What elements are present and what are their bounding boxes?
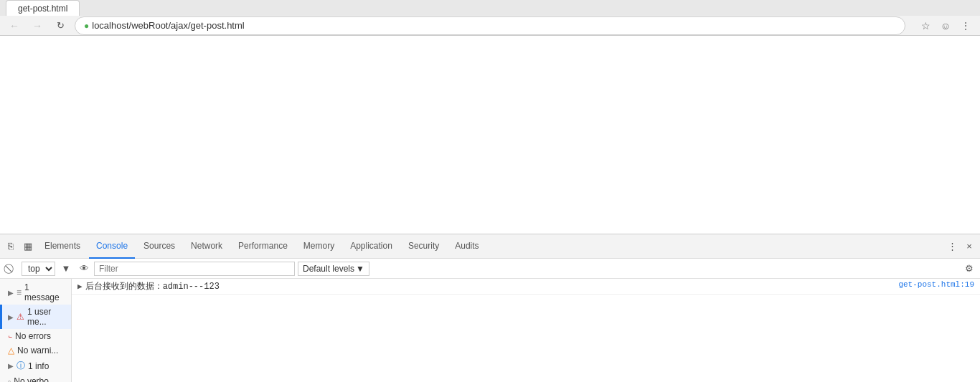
bookmark-button[interactable]: ☆	[917, 17, 934, 34]
back-button[interactable]: ←	[6, 17, 23, 34]
tab-memory[interactable]: Memory	[296, 234, 341, 259]
user-messages-icon: ⚠	[17, 312, 24, 322]
tab-sources[interactable]: Sources	[136, 234, 182, 259]
forward-button[interactable]: →	[29, 17, 46, 34]
devtools-device-button[interactable]: ▦	[20, 239, 36, 254]
sidebar-item-warnings[interactable]: △ No warni...	[0, 343, 71, 358]
tab-performance[interactable]: Performance	[231, 234, 295, 259]
devtools-inspect-button[interactable]: ⎘	[3, 239, 19, 254]
browser-tab[interactable]: get-post.html	[6, 0, 80, 16]
tab-title: get-post.html	[18, 4, 67, 14]
expand-icon: ▶	[8, 289, 14, 297]
errors-icon: ⨽	[8, 331, 12, 341]
tab-console[interactable]: Console	[89, 234, 135, 259]
expand-icon: ▶	[8, 313, 14, 321]
console-context-arrow[interactable]: ▼	[58, 261, 74, 277]
devtools-body: ▶ ≡ 1 message ▶ ⚠ 1 user me... ⨽ No erro…	[0, 279, 980, 382]
sidebar-messages-label: 1 message	[24, 282, 65, 302]
console-sidebar: ▶ ≡ 1 message ▶ ⚠ 1 user me... ⨽ No erro…	[0, 279, 72, 382]
tab-audits[interactable]: Audits	[448, 234, 486, 259]
warnings-icon: △	[8, 345, 14, 355]
console-context-select[interactable]: top	[22, 262, 55, 276]
console-levels-button[interactable]: Default levels ▼	[298, 262, 369, 276]
console-row: ▶ 后台接收到的数据：admin---123 get-post.html:19	[72, 279, 980, 295]
console-toolbar: ⃠ top ▼ 👁 Default levels ▼ ⚙	[0, 259, 980, 279]
sidebar-warnings-label: No warni...	[17, 345, 58, 355]
sidebar-item-messages[interactable]: ▶ ≡ 1 message	[0, 280, 71, 305]
tab-bar: get-post.html	[0, 0, 980, 16]
expand-icon: ▶	[8, 362, 14, 370]
messages-icon: ≡	[17, 287, 22, 297]
sidebar-errors-label: No errors	[15, 331, 51, 341]
info-icon: ⓘ	[17, 360, 25, 372]
browser-actions: ☆ ☺ ⋮	[917, 17, 974, 34]
devtools-close-button[interactable]: ×	[961, 239, 977, 254]
tab-network[interactable]: Network	[184, 234, 230, 259]
tab-elements[interactable]: Elements	[37, 234, 88, 259]
console-source-link[interactable]: get-post.html:19	[898, 280, 974, 289]
address-bar: ← → ↻ ● ☆ ☺ ⋮	[0, 16, 980, 35]
menu-button[interactable]: ⋮	[957, 17, 974, 34]
url-bar[interactable]: ●	[75, 16, 905, 35]
console-filter-input[interactable]	[94, 262, 295, 276]
devtools-more-button[interactable]: ⋮	[944, 239, 960, 254]
sidebar-item-user-messages[interactable]: ▶ ⚠ 1 user me...	[0, 305, 71, 329]
console-row-icon: ▶	[77, 282, 83, 291]
console-message-text: 后台接收到的数据：admin---123	[85, 280, 893, 292]
console-output: ▶ 后台接收到的数据：admin---123 get-post.html:19	[72, 279, 980, 382]
console-clear-button[interactable]: ⃠	[3, 261, 19, 277]
url-input[interactable]	[92, 20, 896, 31]
console-levels-label: Default levels	[303, 264, 354, 274]
devtools-tabbar: ⎘ ▦ Elements Console Sources Network Per…	[0, 234, 980, 259]
sidebar-item-errors[interactable]: ⨽ No errors	[0, 329, 71, 343]
sidebar-info-label: 1 info	[28, 361, 49, 371]
devtools: ⎘ ▦ Elements Console Sources Network Per…	[0, 234, 980, 382]
sidebar-item-info[interactable]: ▶ ⓘ 1 info	[0, 358, 71, 374]
sidebar-user-messages-label: 1 user me...	[27, 307, 65, 327]
secure-icon: ●	[84, 21, 89, 31]
console-eye-button[interactable]: 👁	[77, 262, 91, 276]
console-settings-button[interactable]: ⚙	[961, 261, 977, 277]
tab-security[interactable]: Security	[401, 234, 446, 259]
levels-arrow-icon: ▼	[356, 264, 364, 274]
sidebar-verbose-label: No verbo...	[14, 376, 56, 382]
tab-application[interactable]: Application	[343, 234, 400, 259]
refresh-button[interactable]: ↻	[52, 17, 69, 34]
verbose-icon: ◦	[8, 376, 11, 382]
devtools-end-actions: ⋮ ×	[944, 239, 977, 254]
account-button[interactable]: ☺	[937, 17, 954, 34]
page-content	[0, 36, 980, 234]
browser-chrome: get-post.html ← → ↻ ● ☆ ☺ ⋮	[0, 0, 980, 36]
sidebar-item-verbose[interactable]: ◦ No verbo...	[0, 374, 71, 382]
